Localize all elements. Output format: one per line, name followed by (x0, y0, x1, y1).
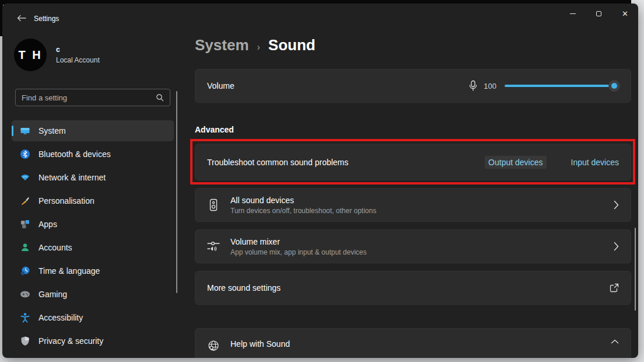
troubleshoot-card: Troubleshoot common sound problems Outpu… (195, 144, 631, 180)
volume-card: Volume 100 (195, 69, 631, 103)
settings-window: Settings ✕ T H c Local Account (2, 4, 638, 358)
troubleshoot-links: Output devices Input devices (485, 156, 619, 169)
external-link-icon (610, 283, 619, 293)
row-text: All sound devices Turn devices on/off, t… (230, 196, 376, 215)
chevron-right-icon (614, 242, 619, 251)
sidebar-item-label: Bluetooth & devices (38, 149, 111, 159)
breadcrumb-system[interactable]: System (195, 36, 249, 54)
troubleshoot-title: Troubleshoot common sound problems (207, 158, 348, 167)
brush-icon (20, 196, 30, 206)
shield-icon (20, 336, 30, 346)
accessibility-icon (20, 312, 30, 323)
page-title: Sound (268, 36, 316, 54)
section-header-advanced: Advanced (195, 125, 234, 134)
sidebar-item-bluetooth[interactable]: Bluetooth & devices (12, 144, 174, 165)
gamepad-icon (20, 289, 30, 300)
sidebar-item-label: Accounts (38, 243, 72, 252)
account-name: c (56, 46, 100, 54)
sidebar-item-time-language[interactable]: Time & language (12, 260, 174, 281)
sidebar-item-accessibility[interactable]: Accessibility (12, 307, 174, 328)
row-title: All sound devices (230, 196, 376, 205)
breadcrumb-separator-icon: › (257, 42, 260, 53)
sidebar-item-gaming[interactable]: Gaming (12, 284, 174, 305)
bluetooth-icon (20, 149, 30, 159)
sidebar-item-label: Gaming (38, 290, 67, 299)
sidebar-item-label: Accessibility (38, 313, 83, 322)
back-arrow-icon (17, 15, 26, 22)
row-text: Volume mixer App volume mix, app input &… (230, 237, 366, 256)
search-box[interactable] (15, 89, 170, 106)
breadcrumb: System › Sound (195, 36, 316, 54)
sidebar-item-accounts[interactable]: Accounts (12, 237, 174, 258)
selected-accent-pill (12, 126, 13, 136)
search-icon (156, 93, 164, 102)
sidebar-item-personalisation[interactable]: Personalisation (12, 190, 174, 211)
window-title: Settings (34, 15, 59, 23)
main-content: System › Sound Volume 100 Advanced Tr (194, 4, 632, 358)
mixer-icon (207, 240, 220, 253)
sidebar-item-privacy[interactable]: Privacy & security (12, 330, 174, 351)
clock-icon (20, 266, 30, 276)
sidebar-item-label: Personalisation (38, 196, 94, 206)
more-sound-settings-row[interactable]: More sound settings (195, 271, 631, 305)
sidebar-item-system[interactable]: System (12, 120, 174, 141)
sidebar-item-label: Time & language (38, 266, 100, 276)
account-meta: c Local Account (56, 46, 100, 64)
sidebar-item-network[interactable]: Network & internet (12, 167, 174, 188)
account-header[interactable]: T H c Local Account (14, 39, 100, 71)
all-sound-devices-row[interactable]: All sound devices Turn devices on/off, t… (195, 188, 631, 222)
volume-slider[interactable] (505, 80, 619, 92)
row-subtitle: App volume mix, app input & output devic… (230, 248, 366, 256)
row-title: Volume mixer (230, 237, 366, 246)
help-with-sound-row[interactable]: Help with Sound (195, 328, 631, 358)
sidebar-item-label: Apps (38, 220, 57, 229)
globe-search-icon (207, 339, 220, 352)
sidebar-item-apps[interactable]: Apps (12, 214, 174, 235)
content-scrollbar[interactable] (635, 228, 636, 311)
speaker-device-icon (207, 199, 220, 211)
back-button[interactable] (12, 11, 32, 26)
input-devices-link[interactable]: Input devices (571, 158, 620, 167)
volume-slider-track[interactable] (505, 85, 619, 87)
row-title: More sound settings (207, 283, 281, 293)
search-input[interactable] (22, 93, 156, 102)
row-title: Help with Sound (230, 339, 290, 349)
nav-list: System Bluetooth & devices Network & int… (12, 120, 174, 354)
output-devices-link[interactable]: Output devices (485, 156, 546, 169)
row-subtitle: Turn devices on/off, troubleshoot, other… (230, 207, 376, 215)
volume-controls: 100 (468, 80, 619, 92)
avatar: T H (14, 39, 47, 71)
volume-value: 100 (484, 82, 496, 90)
sidebar-item-label: Network & internet (38, 173, 106, 182)
sidebar-item-label: System (38, 126, 66, 135)
sidebar-item-label: Privacy & security (38, 336, 103, 346)
apps-icon (20, 219, 30, 229)
sidebar-scrollbar[interactable] (176, 91, 177, 293)
volume-slider-thumb[interactable] (608, 80, 620, 92)
display-icon (20, 126, 30, 136)
person-icon (20, 242, 30, 253)
chevron-up-icon (611, 339, 619, 344)
chevron-right-icon (614, 200, 619, 210)
volume-mixer-row[interactable]: Volume mixer App volume mix, app input &… (195, 229, 631, 263)
account-type: Local Account (56, 56, 100, 64)
microphone-icon (468, 80, 478, 92)
wifi-icon (20, 172, 30, 183)
volume-label: Volume (207, 81, 235, 90)
